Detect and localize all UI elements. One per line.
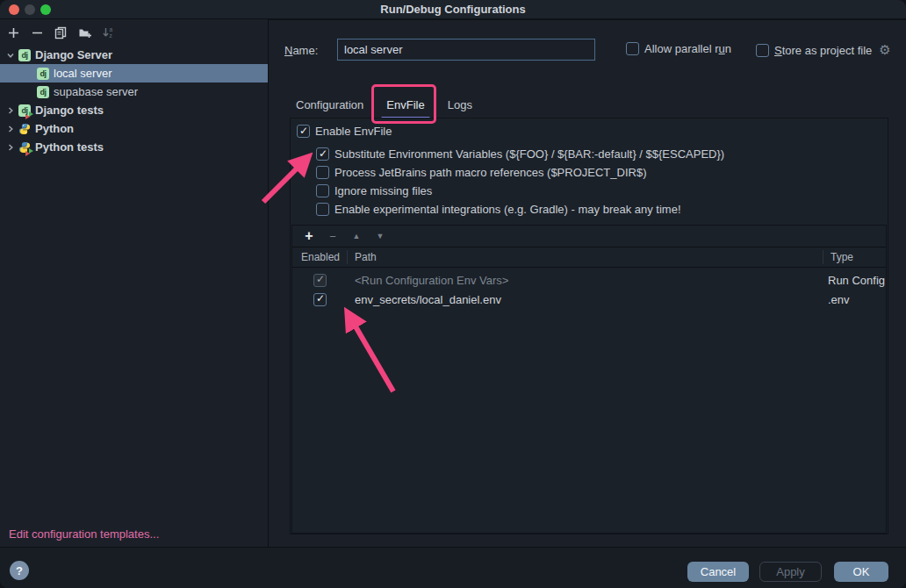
tree-item-label: Django Server [35,48,112,61]
chevron-right-icon[interactable] [6,106,15,115]
remove-configuration-icon[interactable] [30,25,45,40]
ignore-missing-files-checkbox[interactable]: Ignore missing files [316,184,432,197]
new-folder-icon[interactable] [77,25,92,40]
tree-item-label: Python tests [35,140,104,154]
add-env-file-icon[interactable]: + [304,228,314,244]
tree-item-label: local server [54,67,111,80]
table-row[interactable]: <Run Configuration Env Vars> Run Config [292,270,886,290]
env-files-table: + − ▲ ▼ Enabled Path Type <Run Configura… [291,225,887,534]
table-toolbar: + − ▲ ▼ [292,226,886,247]
django-icon [37,68,49,80]
svg-text:a: a [110,26,113,32]
tree-item-label: Python [35,122,74,135]
copy-configuration-icon[interactable] [54,25,68,40]
store-as-project-file-checkbox[interactable]: Store as project file ⚙ [756,42,891,58]
title-bar: Run/Debug Configurations [0,0,906,19]
name-label: Name: [284,44,318,57]
chevron-right-icon[interactable] [6,125,15,133]
row-enabled-checkbox [313,274,327,287]
envfile-tab-content: Enable EnvFile Substitute Environment Va… [290,118,888,534]
tree-item-python-tests[interactable]: Python tests [0,138,268,156]
run-debug-configurations-dialog: Run/Debug Configurations az [0,0,906,588]
edit-configuration-templates-link[interactable]: Edit configuration templates... [9,527,159,541]
substitute-env-vars-checkbox[interactable]: Substitute Environment Variables (${FOO}… [316,147,724,161]
allow-parallel-run-label: Allow parallel run [644,42,731,55]
checkbox-icon[interactable] [316,147,329,161]
gear-icon[interactable]: ⚙ [879,42,890,58]
row-type: .env [823,293,886,306]
row-path: env_secrets/local_daniel.env [348,293,823,306]
help-button[interactable]: ? [10,561,29,580]
tree-item-label: supabase server [54,85,138,98]
checkbox-icon[interactable] [316,184,329,197]
tab-bar: Configuration EnvFile Logs [284,91,484,118]
remove-env-file-icon[interactable]: − [327,230,338,243]
table-header: Enabled Path Type [292,247,886,268]
tab-logs[interactable]: Logs [436,91,484,118]
tree-item-supabase-server[interactable]: supabase server [0,82,268,101]
checkbox-icon[interactable] [626,42,639,55]
column-header-enabled[interactable]: Enabled [292,251,347,263]
tree-item-django-server[interactable]: Django Server [0,46,268,64]
process-path-macro-checkbox[interactable]: Process JetBrains path macro references … [316,166,646,179]
checkbox-label: Substitute Environment Variables (${FOO}… [334,147,724,161]
store-as-project-file-label: Store as project file [774,44,872,57]
python-tests-icon [18,141,31,154]
tab-configuration[interactable]: Configuration [284,91,375,118]
tree-item-django-tests[interactable]: Django tests [0,101,268,119]
chevron-down-icon[interactable] [6,51,15,60]
tab-envfile[interactable]: EnvFile [375,91,435,118]
checkbox-icon[interactable] [297,125,310,138]
checkbox-icon[interactable] [316,203,329,216]
tree-item-label: Django tests [35,104,104,117]
name-input[interactable] [337,39,595,61]
checkbox-label: Process JetBrains path macro references … [334,166,646,179]
configurations-sidebar: az Django Server local server supabase s… [0,19,269,547]
cancel-button[interactable]: Cancel [687,562,749,582]
checkbox-label: Enable experimental integrations (e.g. G… [334,203,681,216]
django-icon [18,49,31,61]
checkbox-label: Ignore missing files [334,184,432,197]
django-tests-icon [18,104,31,117]
tree-item-python[interactable]: Python [0,119,268,138]
row-path: <Run Configuration Env Vars> [348,274,823,287]
enable-envfile-checkbox[interactable]: Enable EnvFile [297,125,392,138]
django-icon [37,86,49,98]
svg-text:z: z [110,32,112,39]
checkbox-icon[interactable] [316,166,329,179]
column-header-type[interactable]: Type [823,251,886,263]
tree-item-local-server[interactable]: local server [0,64,268,82]
table-row[interactable]: env_secrets/local_daniel.env .env [292,290,886,309]
experimental-integrations-checkbox[interactable]: Enable experimental integrations (e.g. G… [316,203,681,216]
row-enabled-checkbox[interactable] [313,293,327,306]
row-type: Run Config [823,274,886,287]
sidebar-toolbar: az [0,19,268,46]
move-down-icon[interactable]: ▼ [375,232,385,240]
configurations-tree: Django Server local server supabase serv… [0,46,268,156]
move-up-icon[interactable]: ▲ [351,232,362,240]
python-icon [18,123,31,135]
configuration-editor-panel: Name: Allow parallel run Store as projec… [269,19,906,547]
sort-alphabetically-icon: az [101,25,116,40]
dialog-footer: ? Cancel Apply OK [0,547,906,588]
window-title: Run/Debug Configurations [0,3,906,16]
chevron-right-icon[interactable] [6,143,15,152]
checkbox-icon[interactable] [756,44,769,57]
add-configuration-icon[interactable] [6,25,21,40]
allow-parallel-run-checkbox[interactable]: Allow parallel run [626,42,731,55]
ok-button[interactable]: OK [834,562,888,582]
checkbox-label: Enable EnvFile [315,125,392,138]
column-header-path[interactable]: Path [348,251,823,263]
apply-button[interactable]: Apply [759,562,822,582]
